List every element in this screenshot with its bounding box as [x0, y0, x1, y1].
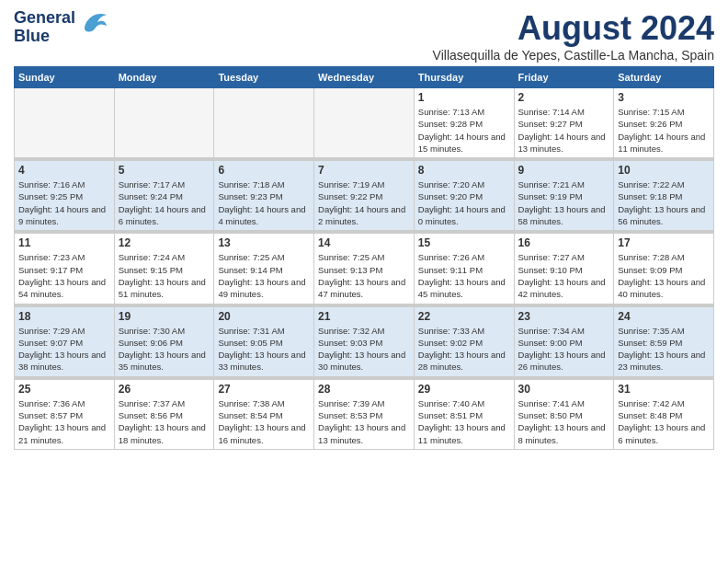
col-thursday: Thursday: [414, 67, 514, 88]
day-info: Sunrise: 7:36 AM Sunset: 8:57 PM Dayligh…: [18, 397, 110, 446]
day-info: Sunrise: 7:17 AM Sunset: 9:24 PM Dayligh…: [119, 178, 210, 227]
day-info: Sunrise: 7:23 AM Sunset: 9:17 PM Dayligh…: [18, 251, 110, 300]
calendar-week-row: 18Sunrise: 7:29 AM Sunset: 9:07 PM Dayli…: [15, 306, 714, 376]
logo: General Blue: [14, 9, 108, 46]
day-info: Sunrise: 7:37 AM Sunset: 8:56 PM Dayligh…: [119, 397, 210, 446]
day-number: 30: [518, 383, 610, 396]
table-row: 23Sunrise: 7:34 AM Sunset: 9:00 PM Dayli…: [514, 306, 614, 376]
day-number: 20: [218, 310, 310, 323]
header: General Blue August 2024 Villasequilla d…: [14, 9, 714, 63]
table-row: 15Sunrise: 7:26 AM Sunset: 9:11 PM Dayli…: [414, 234, 514, 304]
table-row: [114, 88, 214, 158]
table-row: 5Sunrise: 7:17 AM Sunset: 9:24 PM Daylig…: [114, 161, 214, 231]
calendar-week-row: 4Sunrise: 7:16 AM Sunset: 9:25 PM Daylig…: [15, 161, 714, 231]
day-number: 19: [119, 310, 210, 323]
col-sunday: Sunday: [15, 67, 115, 88]
day-info: Sunrise: 7:20 AM Sunset: 9:20 PM Dayligh…: [418, 178, 510, 227]
day-number: 10: [618, 164, 710, 177]
day-number: 24: [618, 310, 710, 323]
logo-line2: Blue: [14, 28, 75, 46]
table-row: 9Sunrise: 7:21 AM Sunset: 9:19 PM Daylig…: [514, 161, 614, 231]
table-row: 14Sunrise: 7:25 AM Sunset: 9:13 PM Dayli…: [314, 234, 415, 304]
day-number: 7: [318, 164, 410, 177]
day-info: Sunrise: 7:38 AM Sunset: 8:54 PM Dayligh…: [218, 397, 310, 446]
day-number: 15: [418, 236, 510, 249]
day-number: 3: [618, 91, 710, 104]
day-number: 28: [318, 383, 410, 396]
location: Villasequilla de Yepes, Castille-La Manc…: [433, 48, 714, 63]
table-row: 10Sunrise: 7:22 AM Sunset: 9:18 PM Dayli…: [614, 161, 714, 231]
day-info: Sunrise: 7:19 AM Sunset: 9:22 PM Dayligh…: [318, 178, 410, 227]
day-number: 31: [618, 383, 710, 396]
day-number: 11: [18, 236, 110, 249]
day-number: 22: [418, 310, 510, 323]
table-row: 13Sunrise: 7:25 AM Sunset: 9:14 PM Dayli…: [214, 234, 314, 304]
table-row: [214, 88, 314, 158]
day-info: Sunrise: 7:28 AM Sunset: 9:09 PM Dayligh…: [618, 251, 710, 300]
day-number: 13: [218, 236, 310, 249]
table-row: 18Sunrise: 7:29 AM Sunset: 9:07 PM Dayli…: [15, 306, 115, 376]
day-info: Sunrise: 7:32 AM Sunset: 9:03 PM Dayligh…: [318, 325, 410, 373]
day-info: Sunrise: 7:26 AM Sunset: 9:11 PM Dayligh…: [418, 251, 510, 300]
calendar-week-row: 11Sunrise: 7:23 AM Sunset: 9:17 PM Dayli…: [15, 234, 714, 304]
table-row: [314, 88, 415, 158]
day-number: 21: [318, 310, 410, 323]
calendar-container: General Blue August 2024 Villasequilla d…: [0, 0, 728, 459]
title-block: August 2024 Villasequilla de Yepes, Cast…: [433, 9, 714, 63]
calendar-week-row: 1Sunrise: 7:13 AM Sunset: 9:28 PM Daylig…: [15, 88, 714, 158]
table-row: 12Sunrise: 7:24 AM Sunset: 9:15 PM Dayli…: [114, 234, 214, 304]
table-row: 27Sunrise: 7:38 AM Sunset: 8:54 PM Dayli…: [214, 379, 314, 449]
col-tuesday: Tuesday: [214, 67, 314, 88]
day-info: Sunrise: 7:35 AM Sunset: 8:59 PM Dayligh…: [618, 325, 710, 373]
day-info: Sunrise: 7:29 AM Sunset: 9:07 PM Dayligh…: [18, 325, 110, 373]
table-row: 1Sunrise: 7:13 AM Sunset: 9:28 PM Daylig…: [414, 88, 514, 158]
table-row: 22Sunrise: 7:33 AM Sunset: 9:02 PM Dayli…: [414, 306, 514, 376]
table-row: 16Sunrise: 7:27 AM Sunset: 9:10 PM Dayli…: [514, 234, 614, 304]
day-number: 27: [218, 383, 310, 396]
table-row: 25Sunrise: 7:36 AM Sunset: 8:57 PM Dayli…: [15, 379, 115, 449]
calendar-week-row: 25Sunrise: 7:36 AM Sunset: 8:57 PM Dayli…: [15, 379, 714, 449]
table-row: 28Sunrise: 7:39 AM Sunset: 8:53 PM Dayli…: [314, 379, 415, 449]
day-number: 16: [518, 236, 610, 249]
col-saturday: Saturday: [614, 67, 714, 88]
col-monday: Monday: [114, 67, 214, 88]
table-row: 30Sunrise: 7:41 AM Sunset: 8:50 PM Dayli…: [514, 379, 614, 449]
calendar-table: Sunday Monday Tuesday Wednesday Thursday…: [14, 66, 714, 450]
table-row: 4Sunrise: 7:16 AM Sunset: 9:25 PM Daylig…: [15, 161, 115, 231]
table-row: 29Sunrise: 7:40 AM Sunset: 8:51 PM Dayli…: [414, 379, 514, 449]
month-year: August 2024: [433, 9, 714, 48]
day-info: Sunrise: 7:31 AM Sunset: 9:05 PM Dayligh…: [218, 325, 310, 373]
day-info: Sunrise: 7:42 AM Sunset: 8:48 PM Dayligh…: [618, 397, 710, 446]
table-row: 11Sunrise: 7:23 AM Sunset: 9:17 PM Dayli…: [15, 234, 115, 304]
col-wednesday: Wednesday: [314, 67, 415, 88]
day-info: Sunrise: 7:33 AM Sunset: 9:02 PM Dayligh…: [418, 325, 510, 373]
day-info: Sunrise: 7:39 AM Sunset: 8:53 PM Dayligh…: [318, 397, 410, 446]
day-number: 26: [119, 383, 210, 396]
day-number: 23: [518, 310, 610, 323]
day-info: Sunrise: 7:27 AM Sunset: 9:10 PM Dayligh…: [518, 251, 610, 300]
table-row: 6Sunrise: 7:18 AM Sunset: 9:23 PM Daylig…: [214, 161, 314, 231]
day-info: Sunrise: 7:41 AM Sunset: 8:50 PM Dayligh…: [518, 397, 610, 446]
table-row: 26Sunrise: 7:37 AM Sunset: 8:56 PM Dayli…: [114, 379, 214, 449]
day-number: 8: [418, 164, 510, 177]
day-number: 2: [518, 91, 610, 104]
day-info: Sunrise: 7:22 AM Sunset: 9:18 PM Dayligh…: [618, 178, 710, 227]
table-row: 17Sunrise: 7:28 AM Sunset: 9:09 PM Dayli…: [614, 234, 714, 304]
day-info: Sunrise: 7:13 AM Sunset: 9:28 PM Dayligh…: [418, 106, 510, 155]
day-number: 29: [418, 383, 510, 396]
day-info: Sunrise: 7:16 AM Sunset: 9:25 PM Dayligh…: [18, 178, 110, 227]
table-row: 19Sunrise: 7:30 AM Sunset: 9:06 PM Dayli…: [114, 306, 214, 376]
day-info: Sunrise: 7:21 AM Sunset: 9:19 PM Dayligh…: [518, 178, 610, 227]
table-row: 3Sunrise: 7:15 AM Sunset: 9:26 PM Daylig…: [614, 88, 714, 158]
logo-bird-icon: [79, 9, 108, 39]
table-row: 8Sunrise: 7:20 AM Sunset: 9:20 PM Daylig…: [414, 161, 514, 231]
day-number: 5: [119, 164, 210, 177]
day-info: Sunrise: 7:15 AM Sunset: 9:26 PM Dayligh…: [618, 106, 710, 155]
table-row: 20Sunrise: 7:31 AM Sunset: 9:05 PM Dayli…: [214, 306, 314, 376]
table-row: 2Sunrise: 7:14 AM Sunset: 9:27 PM Daylig…: [514, 88, 614, 158]
table-row: 24Sunrise: 7:35 AM Sunset: 8:59 PM Dayli…: [614, 306, 714, 376]
day-info: Sunrise: 7:24 AM Sunset: 9:15 PM Dayligh…: [119, 251, 210, 300]
day-info: Sunrise: 7:30 AM Sunset: 9:06 PM Dayligh…: [119, 325, 210, 373]
day-number: 6: [218, 164, 310, 177]
day-number: 9: [518, 164, 610, 177]
